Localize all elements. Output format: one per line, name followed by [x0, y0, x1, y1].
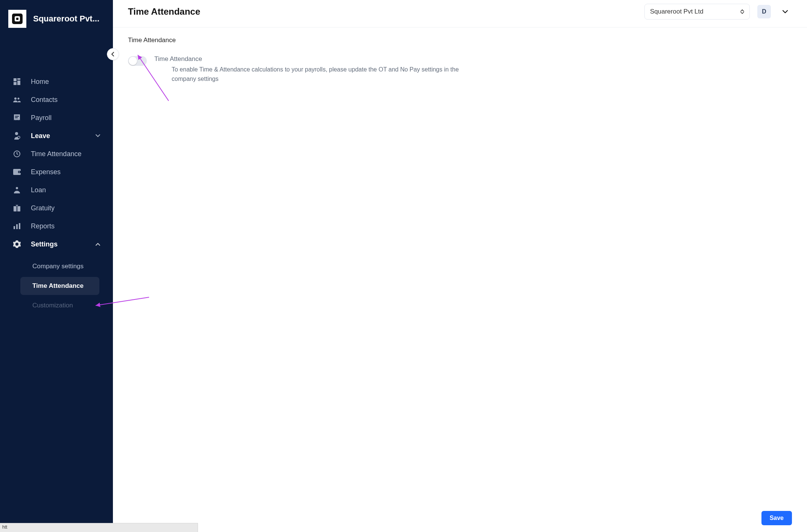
user-menu-button[interactable] [778, 5, 792, 18]
footer: Save [113, 506, 807, 532]
sidebar-item-time-attendance[interactable]: Time Attendance [0, 145, 113, 163]
sidebar-item-label: Home [31, 78, 49, 86]
subnav-item-label: Customization [32, 302, 73, 309]
sidebar-item-label: Leave [31, 132, 50, 140]
subnav-item-label: Company settings [32, 263, 84, 270]
svg-rect-22 [16, 224, 18, 229]
time-attendance-setting: Time Attendance To enable Time & Attenda… [128, 55, 792, 84]
sidebar-item-label: Payroll [31, 114, 52, 122]
sidebar-item-contacts[interactable]: Contacts [0, 91, 113, 108]
subnav-customization[interactable]: Customization [20, 296, 99, 315]
sidebar-item-expenses[interactable]: Expenses [0, 163, 113, 181]
sidebar-item-loan[interactable]: Loan [0, 181, 113, 199]
sidebar-item-label: Gratuity [31, 204, 55, 212]
sort-icon [740, 9, 744, 14]
sidebar-item-leave[interactable]: Leave [0, 127, 113, 144]
chevron-left-icon [111, 52, 115, 56]
brand-name: Squareroot Pvt... [33, 14, 99, 24]
svg-rect-10 [15, 117, 18, 118]
sidebar-item-settings[interactable]: Settings [0, 236, 113, 253]
wallet-icon [13, 168, 21, 176]
person-leave-icon [13, 132, 21, 140]
svg-rect-2 [16, 18, 18, 20]
section-title: Time Attendance [128, 36, 792, 44]
svg-rect-4 [17, 78, 20, 80]
org-selector[interactable]: Squareroot Pvt Ltd [644, 4, 750, 20]
svg-rect-5 [17, 81, 20, 85]
topbar: Time Attendance Squareroot Pvt Ltd D [113, 0, 807, 27]
subnav-time-attendance[interactable]: Time Attendance [20, 277, 99, 295]
sidebar-item-label: Expenses [31, 168, 61, 176]
sidebar-nav: Home Contacts Payroll Leave [0, 73, 113, 318]
svg-point-11 [15, 132, 18, 135]
sidebar-item-payroll[interactable]: Payroll [0, 109, 113, 126]
brand: Squareroot Pvt... [0, 0, 113, 32]
bar-chart-icon [13, 222, 21, 230]
square-logo-icon [12, 13, 23, 24]
svg-rect-23 [19, 223, 20, 229]
settings-subnav: Company settings Time Attendance Customi… [0, 254, 113, 318]
svg-rect-6 [14, 82, 17, 85]
dashboard-icon [13, 78, 21, 86]
setting-text: Time Attendance To enable Time & Attenda… [154, 55, 474, 84]
gift-icon [13, 204, 21, 212]
hand-coin-icon [13, 186, 21, 194]
content: Time Attendance Time Attendance To enabl… [113, 27, 807, 532]
chevron-up-icon [96, 243, 100, 246]
gear-icon [13, 240, 21, 248]
sidebar-item-label: Settings [31, 240, 58, 248]
subnav-company-settings[interactable]: Company settings [20, 257, 99, 275]
setting-description: To enable Time & Attendance calculations… [154, 65, 474, 84]
svg-point-7 [14, 97, 17, 100]
setting-label: Time Attendance [154, 55, 474, 63]
avatar[interactable]: D [757, 5, 771, 18]
svg-rect-9 [15, 116, 19, 117]
page-title: Time Attendance [128, 6, 637, 17]
subnav-item-label: Time Attendance [32, 282, 84, 289]
sidebar-item-home[interactable]: Home [0, 73, 113, 90]
sidebar-item-label: Time Attendance [31, 150, 81, 158]
brand-logo [8, 10, 26, 28]
main: Time Attendance Squareroot Pvt Ltd D Tim… [113, 0, 807, 532]
sidebar-collapse-button[interactable] [107, 48, 119, 60]
avatar-initial: D [762, 8, 766, 15]
svg-rect-3 [14, 78, 17, 81]
sidebar-item-label: Contacts [31, 96, 58, 104]
save-button[interactable]: Save [761, 511, 792, 525]
sidebar-item-label: Reports [31, 222, 55, 230]
svg-point-8 [18, 98, 20, 100]
sidebar: Squareroot Pvt... Home Contacts Payroll [0, 0, 113, 532]
clock-icon [13, 150, 21, 158]
org-selector-label: Squareroot Pvt Ltd [650, 8, 703, 15]
sidebar-item-gratuity[interactable]: Gratuity [0, 199, 113, 217]
chevron-down-icon [96, 134, 100, 137]
browser-status-bar: htt [0, 523, 198, 532]
people-icon [13, 96, 21, 104]
svg-rect-20 [17, 206, 17, 211]
sidebar-item-reports[interactable]: Reports [0, 217, 113, 235]
status-text: htt [2, 524, 7, 530]
svg-rect-21 [14, 226, 15, 229]
svg-point-17 [16, 187, 18, 189]
time-attendance-toggle[interactable] [128, 56, 147, 66]
chevron-down-icon [782, 10, 788, 14]
svg-point-12 [18, 136, 20, 138]
toggle-knob [129, 57, 137, 65]
receipt-icon [13, 114, 21, 122]
svg-point-16 [19, 172, 20, 173]
sidebar-item-label: Loan [31, 186, 46, 194]
